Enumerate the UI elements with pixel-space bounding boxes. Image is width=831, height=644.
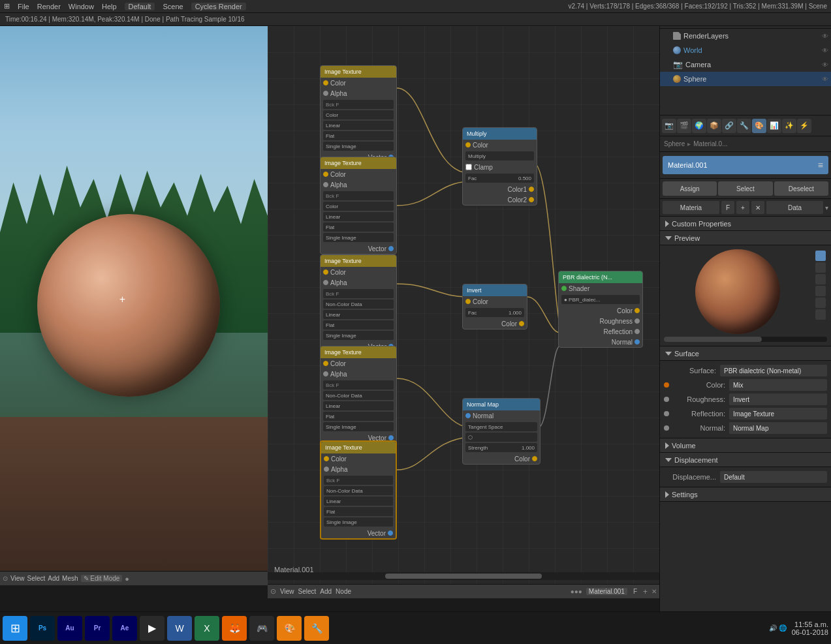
3d-viewport[interactable]: (1) Sphere	[0, 26, 268, 584]
material-toolbar[interactable]: Materia F + ✕ Data ▾	[660, 199, 831, 217]
node-add-icon[interactable]: +	[643, 587, 648, 596]
node-editor[interactable]: Image Texture Color Alpha Bck F Color Li…	[268, 26, 659, 584]
taskbar[interactable]: ⊞ Ps Au Pr Ae ▶ W X 🦊 🎮 🎨 🔧 🔊 🌐 11:55 a.…	[0, 611, 831, 644]
reflection-value[interactable]: Image Texture	[729, 408, 827, 420]
preview-hair-btn[interactable]	[815, 298, 826, 308]
taskbar-app-pr[interactable]: Pr	[85, 616, 110, 641]
field-linear-1[interactable]: Linear	[323, 121, 394, 130]
world-eye[interactable]: 👁	[822, 47, 828, 54]
mesh-menu[interactable]: Mesh	[62, 575, 78, 582]
field-flat-5[interactable]: Flat	[324, 507, 393, 516]
prop-icon-physics[interactable]: ⚡	[797, 119, 811, 133]
node-view-menu[interactable]: View	[280, 588, 294, 595]
field-bck-5[interactable]: Bck F	[324, 476, 393, 485]
displacement-section-header[interactable]: Displacement	[660, 453, 831, 467]
node-editor-scrollbar-h[interactable]	[268, 572, 659, 580]
taskbar-app-au[interactable]: Au	[57, 616, 82, 641]
field-flat-2[interactable]: Flat	[323, 222, 394, 232]
preview-monkey-btn[interactable]	[815, 286, 826, 296]
field-ncd-5[interactable]: Non-Color Data	[324, 486, 393, 495]
preview-sphere-btn[interactable]	[815, 251, 826, 261]
viewport-bottom-toolbar[interactable]: ⊙ View Select Add Mesh ✎ Edit Mode ●	[0, 571, 268, 585]
node-add-menu[interactable]: Add	[320, 588, 332, 595]
f-btn[interactable]: F	[721, 201, 734, 214]
top-menu-bar[interactable]: ⊞ File Render Window Help Default Scene …	[0, 0, 831, 13]
clamp-checkbox[interactable]	[465, 164, 472, 170]
field-color-2[interactable]: Color	[323, 202, 394, 211]
sphere-row[interactable]: Sphere 👁	[660, 72, 831, 86]
view-menu[interactable]: View	[10, 575, 25, 582]
field-bck-4[interactable]: Bck F	[323, 380, 394, 390]
taskbar-app-game[interactable]: 🎮	[249, 616, 274, 641]
node-image-texture-2[interactable]: Image Texture Color Alpha Bck F Color Li…	[320, 157, 397, 254]
node-image-texture-1[interactable]: Image Texture Color Alpha Bck F Color Li…	[320, 65, 397, 163]
field-singleimg-1[interactable]: Single Image	[323, 142, 394, 151]
taskbar-app-excel[interactable]: X	[195, 616, 219, 641]
renderlayers-row[interactable]: RenderLayers 👁	[660, 29, 831, 43]
add-mat-btn[interactable]: +	[736, 201, 749, 214]
field-color-1[interactable]: Color	[323, 110, 394, 119]
scrollbar-thumb-h[interactable]	[385, 574, 542, 579]
field-strength-val[interactable]: Strength 1.000	[465, 443, 537, 452]
field-fac-inv[interactable]: Fac 1.000	[465, 308, 524, 317]
properties-icons-row[interactable]: 📷 🎬 🌍 📦 🔗 🔧 🎨 📊 ✨ ⚡	[660, 115, 831, 136]
field-ncd-3[interactable]: Non-Color Data	[323, 299, 394, 309]
taskbar-app-media[interactable]: ▶	[140, 616, 165, 641]
data-btn[interactable]: Data	[766, 201, 823, 214]
assign-select-row[interactable]: Assign Select Deselect	[660, 179, 831, 199]
taskbar-app-ae[interactable]: Ae	[112, 616, 137, 641]
menu-file[interactable]: File	[18, 3, 29, 10]
normal-value[interactable]: Normal Map	[729, 422, 827, 434]
assign-button[interactable]: Assign	[663, 181, 717, 196]
taskbar-app-firefox[interactable]: 🦊	[222, 616, 247, 641]
edit-mode-btn[interactable]: ✎ Edit Mode	[81, 575, 123, 582]
node-image-texture-5[interactable]: Image Texture Color Alpha Bck F Non-Colo…	[320, 440, 397, 540]
material-name-row[interactable]: Material.001 ≡	[663, 156, 828, 174]
preview-cube-btn[interactable]	[815, 274, 826, 284]
node-node-menu[interactable]: Node	[336, 588, 351, 595]
color-value[interactable]: Mix	[729, 379, 827, 391]
world-row[interactable]: World 👁	[660, 43, 831, 57]
node-f-btn[interactable]: F	[631, 588, 639, 595]
field-linear-2[interactable]: Linear	[323, 212, 394, 221]
settings-section-header[interactable]: Settings	[660, 487, 831, 502]
field-linear-3[interactable]: Linear	[323, 310, 394, 319]
preview-scrollbar[interactable]	[664, 337, 827, 342]
field-singleimg-4[interactable]: Single Image	[323, 422, 394, 431]
field-flat-3[interactable]: Flat	[323, 320, 394, 330]
deselect-button[interactable]: Deselect	[774, 181, 828, 196]
displacement-value[interactable]: Default	[720, 471, 827, 483]
field-flat-4[interactable]: Flat	[323, 412, 394, 421]
node-bottom-toolbar[interactable]: ⊙ View Select Add Node ●●● Material.001 …	[268, 584, 659, 598]
del-mat-btn[interactable]: ✕	[751, 201, 764, 214]
preview-options[interactable]	[814, 249, 827, 321]
taskbar-app-ps[interactable]: Ps	[30, 616, 55, 641]
field-ncd-4[interactable]: Non-Color Data	[323, 391, 394, 400]
add-menu[interactable]: Add	[48, 575, 59, 582]
render-engine[interactable]: Cycles Render	[191, 3, 246, 10]
camera-row[interactable]: 📷 Camera 👁	[660, 57, 831, 72]
node-delete-icon[interactable]: ✕	[651, 588, 657, 595]
roughness-value[interactable]: Invert	[729, 393, 827, 405]
prop-icon-data[interactable]: 📊	[767, 119, 781, 133]
prop-icon-constraints[interactable]: 🔗	[722, 119, 736, 133]
volume-section-header[interactable]: Volume	[660, 438, 831, 453]
field-singleimg-2[interactable]: Single Image	[323, 233, 394, 242]
select-button[interactable]: Select	[718, 181, 772, 196]
taskbar-app-word[interactable]: W	[167, 616, 192, 641]
node-pbr[interactable]: PBR dialectric (N... Shader ● PBR_dialec…	[558, 271, 643, 348]
node-image-texture-3[interactable]: Image Texture Color Alpha Bck F Non-Colo…	[320, 254, 397, 352]
material-label-btn[interactable]: Material.001	[586, 588, 627, 595]
field-linear-4[interactable]: Linear	[323, 401, 394, 410]
field-linear-5[interactable]: Linear	[324, 497, 393, 506]
field-singleimg-3[interactable]: Single Image	[323, 331, 394, 340]
material-menu-icon[interactable]: ≡	[818, 160, 823, 170]
select-menu[interactable]: Select	[27, 575, 46, 582]
renderlayers-eye[interactable]: 👁	[822, 33, 828, 40]
menu-window[interactable]: Window	[69, 3, 94, 10]
node-multiply[interactable]: Multiply Color Multiply Clamp Fac 0.500 …	[462, 127, 537, 206]
prop-icon-render[interactable]: 📷	[662, 119, 676, 133]
menu-help[interactable]: Help	[102, 3, 117, 10]
prop-icon-particles[interactable]: ✨	[782, 119, 796, 133]
preview-plane-btn[interactable]	[815, 262, 826, 273]
